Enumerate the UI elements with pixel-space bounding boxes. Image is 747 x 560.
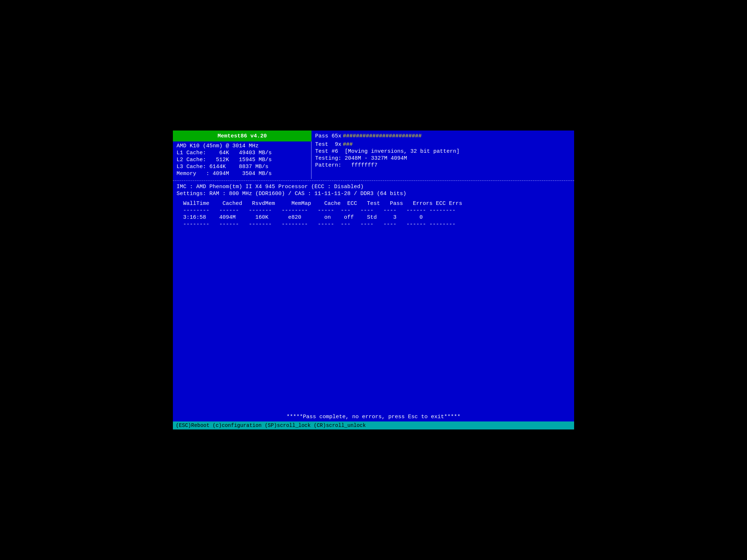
footer: *****Pass complete, no errors, press Esc… [173,412,574,429]
stats-table: WallTime Cached RsvdMem MemMap Cache ECC… [173,199,574,230]
test-hashes: ### [343,141,353,148]
testing-range: Testing: 2048M - 3327M 4094M [315,155,574,162]
pass-label: Pass 65x [315,133,341,139]
table-dashes-bottom: -------- ------ ------- -------- ----- -… [177,221,570,228]
test-description: Test #6 [Moving inversions, 32 bit patte… [315,148,574,155]
right-column: Test 9x ### Test #6 [Moving inversions, … [311,141,574,179]
header-bar: Memtest86 v4.20 Pass 65x ###############… [173,131,574,141]
screen: Memtest86 v4.20 Pass 65x ###############… [173,131,574,429]
left-column: AMD K10 (45nm) @ 3014 MHz L1 Cache: 64K … [173,141,311,179]
split-content: AMD K10 (45nm) @ 3014 MHz L1 Cache: 64K … [173,141,574,179]
imc-info: IMC : AMD Phenom(tm) II X4 945 Processor… [177,184,570,190]
settings-info: Settings: RAM : 800 MHz (DDR1600) / CAS … [177,191,570,197]
l2-cache: L2 Cache: 512K 15945 MB/s [177,157,307,163]
l1-cache: L1 Cache: 64K 49403 MB/s [177,150,307,156]
app-title: Memtest86 v4.20 [173,131,311,141]
table-headers: WallTime Cached RsvdMem MemMap Cache ECC… [177,201,570,207]
pass-info: Pass 65x ######################## [311,131,574,141]
test-label: Test 9x [315,141,341,148]
top-divider [173,180,574,181]
system-info: AMD K10 (45nm) @ 3014 MHz L1 Cache: 64K … [173,141,311,179]
test-number: Test 9x ### [315,141,574,148]
pass-complete-message: *****Pass complete, no errors, press Esc… [173,412,574,421]
table-row: 3:16:58 4094M 160K e820 on off Std 3 0 [177,214,570,221]
monitor: Memtest86 v4.20 Pass 65x ###############… [0,0,747,560]
cpu-info: AMD K10 (45nm) @ 3014 MHz [177,143,307,149]
footer-controls: (ESC)Reboot (c)configuration (SP)scroll_… [173,421,574,429]
table-dashes-top: -------- ------ ------- -------- ----- -… [177,207,570,214]
pass-hashes: ######################## [343,133,422,139]
pattern-info: Pattern: fffffff7 [315,162,574,168]
memory-info: Memory : 4094M 3504 MB/s [177,171,307,177]
imc-settings: IMC : AMD Phenom(tm) II X4 945 Processor… [173,182,574,199]
l3-cache: L3 Cache: 6144K 8837 MB/s [177,164,307,170]
